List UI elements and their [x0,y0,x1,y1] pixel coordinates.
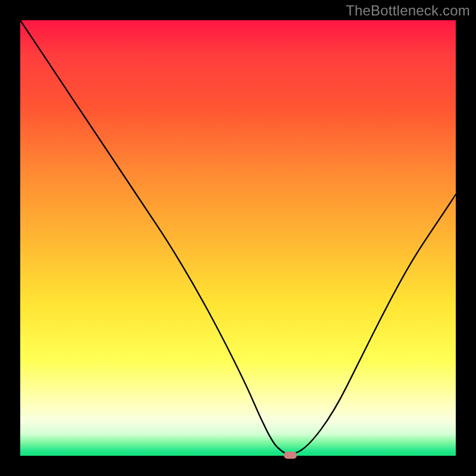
watermark-text: TheBottleneck.com [346,2,470,19]
optimum-marker [284,452,297,459]
plot-area [20,20,456,456]
chart-frame: TheBottleneck.com [0,0,476,476]
bottleneck-curve [20,20,456,456]
